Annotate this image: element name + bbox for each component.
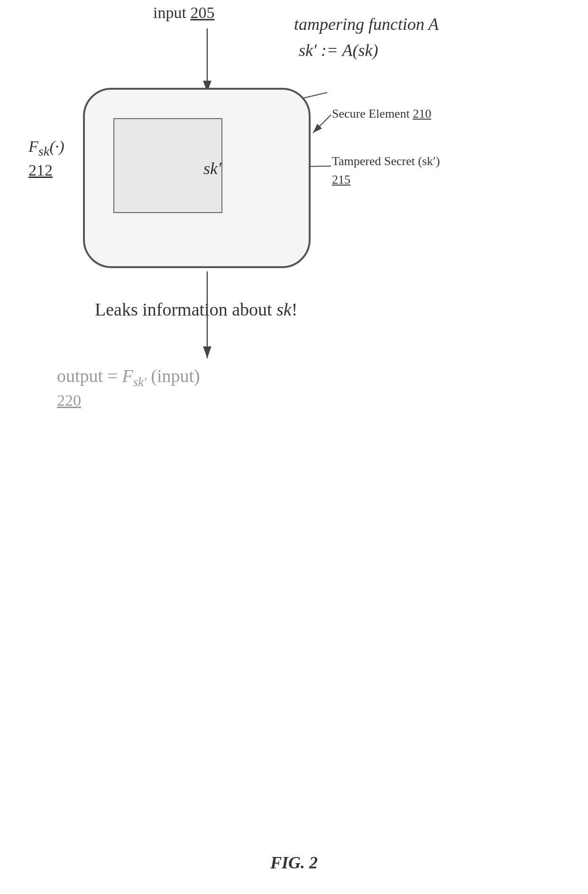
sk-prime-text: sk′ <box>203 158 221 178</box>
secure-element-number: 210 <box>413 107 431 121</box>
leaks-label: Leaks information about sk! <box>95 299 297 320</box>
tampered-secret-label: Tampered Secret (sk′) 215 <box>332 152 440 189</box>
secure-element-arrow <box>313 115 331 133</box>
input-label: input 205 <box>153 4 214 22</box>
secure-element-box: sk′ <box>83 88 311 268</box>
output-formula: output = Fsk′ (input) <box>57 365 200 390</box>
tampered-secret-number: 215 <box>332 173 350 186</box>
figure-label: FIG. 2 <box>0 853 588 873</box>
tampering-function-label: tampering function A <box>294 14 439 34</box>
fsk-label: Fsk(·) <box>28 138 64 159</box>
fsk-number: 212 <box>28 161 53 179</box>
output-number: 220 <box>57 391 81 410</box>
secure-element-label: Secure Element 210 <box>332 107 431 121</box>
diagram-container: input 205 tampering function A sk′ := A(… <box>0 0 588 894</box>
formula-label: sk′ := A(sk) <box>299 40 378 60</box>
input-number: 205 <box>190 4 214 21</box>
